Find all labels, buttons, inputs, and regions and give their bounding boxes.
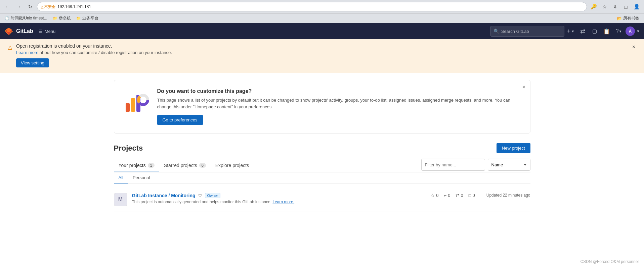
tab-explore-projects[interactable]: Explore projects	[211, 160, 254, 171]
bookmark-label-business: 业务平台	[82, 15, 98, 21]
reload-button[interactable]: ↻	[26, 2, 35, 11]
new-item-button[interactable]: + ▼	[566, 26, 576, 36]
forward-button[interactable]: →	[14, 2, 24, 11]
project-stats: ☆ 0 ⌐ 0 ⇄ 0 □ 0	[431, 193, 475, 198]
avatar-dropdown-button[interactable]: ▼	[636, 29, 640, 33]
owner-badge: Owner	[205, 193, 220, 198]
watermark: CSDN @Forced O&M personnel	[580, 259, 639, 264]
stars-count: 0	[436, 193, 438, 198]
issues-icon: □	[469, 193, 471, 198]
projects-header: Projects New project	[114, 143, 530, 153]
avatar-initials: A	[629, 29, 632, 34]
help-dropdown-arrow: ▼	[619, 30, 622, 33]
menu-button[interactable]: ☰ Menu	[36, 28, 58, 35]
learn-more-link[interactable]: Learn more	[16, 50, 38, 55]
tab-your-projects[interactable]: Your projects 1	[114, 160, 159, 171]
activity-button[interactable]: 📋	[601, 26, 612, 37]
customize-illustration	[122, 88, 149, 115]
project-visibility-shield-icon: 🛡	[198, 193, 202, 198]
tab-your-projects-label: Your projects	[119, 163, 146, 168]
bookmark-star-icon[interactable]: ☆	[600, 2, 609, 11]
banner-desc-text: about how you can customize / disable re…	[40, 50, 172, 55]
new-project-button[interactable]: New project	[497, 143, 530, 153]
bookmark-item-fortress[interactable]: 📁 堡垒机	[51, 15, 73, 22]
issues-stat: □ 0	[469, 193, 475, 198]
all-bookmarks-button[interactable]: 📂 所有书签	[615, 15, 641, 22]
issues-button[interactable]: ▢	[589, 26, 600, 37]
sub-tabs: All Personal	[114, 172, 530, 183]
url-display: 192.168.1.241:181	[57, 4, 91, 9]
gitlab-logo[interactable]: GitLab	[4, 26, 33, 36]
banner-close-button[interactable]: ×	[632, 43, 636, 51]
project-name: Monitoring	[171, 193, 195, 198]
project-info: GitLab Instance / Monitoring 🛡 Owner Thi…	[132, 193, 420, 204]
password-manager-icon[interactable]: 🔑	[589, 2, 598, 11]
search-icon: 🔍	[493, 29, 499, 34]
avatar-dropdown-arrow: ▼	[636, 29, 640, 33]
issues-count: 0	[473, 193, 475, 198]
download-icon[interactable]: ⇓	[610, 2, 620, 11]
sub-tab-personal[interactable]: Personal	[128, 172, 155, 183]
brand-name: GitLab	[16, 28, 33, 34]
customize-title: Do you want to customize this page?	[157, 88, 522, 94]
security-warning: △ 不安全	[41, 4, 55, 9]
browser-toolbar: ← → ↻ △ 不安全 192.168.1.241:181 🔑 ☆ ⇓ □ 👤	[0, 0, 644, 13]
projects-title: Projects	[114, 144, 143, 153]
main-content: Do you want to customize this page? This…	[107, 73, 537, 219]
project-desc-link[interactable]: Learn more.	[272, 200, 294, 204]
project-name-row: GitLab Instance / Monitoring 🛡 Owner	[132, 193, 420, 198]
merge-requests-button[interactable]: ⇄	[577, 26, 588, 37]
sub-tab-all[interactable]: All	[114, 172, 128, 183]
fork-icon: ⌐	[444, 193, 447, 198]
project-desc-text: This project is automatically generated …	[132, 200, 272, 204]
tab-starred-projects-label: Starred projects	[164, 163, 197, 168]
view-setting-button[interactable]: View setting	[16, 58, 49, 67]
bookmark-item-timestamp[interactable]: 🕐 时间戳/Unix timest...	[3, 15, 49, 22]
plus-icon: +	[567, 28, 571, 35]
forks-stat: ⌐ 0	[444, 193, 450, 198]
browser-chrome: ← → ↻ △ 不安全 192.168.1.241:181 🔑 ☆ ⇓ □ 👤 …	[0, 0, 644, 23]
forks-count: 0	[448, 193, 450, 198]
filter-group: Name Last created Oldest created Last up…	[421, 159, 530, 172]
filter-by-name-input[interactable]	[421, 159, 485, 171]
customize-card: Do you want to customize this page? This…	[114, 80, 530, 133]
sort-select[interactable]: Name Last created Oldest created Last up…	[488, 159, 530, 171]
star-icon: ☆	[431, 193, 435, 198]
profile-icon[interactable]: 👤	[632, 2, 641, 11]
banner-title: Open registration is enabled on your ins…	[16, 43, 628, 49]
hamburger-icon: ☰	[39, 29, 43, 34]
user-avatar-button[interactable]: A	[626, 26, 635, 36]
merge-request-icon: ⇄	[456, 193, 459, 198]
bookmark-label-fortress: 堡垒机	[59, 15, 71, 21]
project-full-name[interactable]: GitLab Instance / Monitoring	[132, 193, 196, 198]
browser-actions: 🔑 ☆ ⇓ □ 👤	[589, 2, 641, 11]
project-updated: Updated 22 minutes ago	[486, 193, 530, 198]
watermark-text: CSDN @Forced O&M personnel	[580, 259, 639, 264]
help-button[interactable]: ? ▼	[613, 26, 624, 37]
all-bookmarks-label: 所有书签	[623, 15, 639, 21]
project-avatar-letter: M	[118, 197, 123, 203]
search-box[interactable]: 🔍	[490, 26, 564, 37]
svg-rect-1	[131, 98, 135, 112]
customize-desc: This page shows a list of your projects …	[157, 97, 522, 110]
address-bar[interactable]: △ 不安全 192.168.1.241:181	[37, 2, 587, 11]
gitlab-app: GitLab ☰ Menu 🔍 + ▼ ⇄ ▢ 📋 ? ▼	[0, 23, 644, 268]
search-input[interactable]	[501, 29, 561, 34]
tab-explore-projects-label: Explore projects	[215, 163, 249, 168]
top-nav: GitLab ☰ Menu 🔍 + ▼ ⇄ ▢ 📋 ? ▼	[0, 23, 644, 39]
svg-rect-0	[126, 103, 130, 112]
back-button[interactable]: ←	[3, 2, 12, 11]
customize-card-close-button[interactable]: ×	[522, 84, 525, 90]
bookmark-item-business[interactable]: 📁 业务平台	[74, 15, 100, 22]
merge-requests-count: 0	[461, 193, 463, 198]
bookmarks-right: 📂 所有书签	[615, 15, 641, 22]
merge-requests-stat: ⇄ 0	[456, 193, 463, 198]
split-view-icon[interactable]: □	[621, 2, 631, 11]
go-to-preferences-button[interactable]: Go to preferences	[157, 115, 203, 125]
project-avatar-m: M	[114, 193, 127, 206]
tab-your-projects-count: 1	[148, 163, 155, 168]
customize-text: Do you want to customize this page? This…	[157, 88, 522, 125]
projects-tabs-row: Your projects 1 Starred projects 0 Explo…	[114, 159, 530, 172]
plus-dropdown-arrow: ▼	[571, 30, 574, 33]
tab-starred-projects[interactable]: Starred projects 0	[159, 160, 211, 171]
